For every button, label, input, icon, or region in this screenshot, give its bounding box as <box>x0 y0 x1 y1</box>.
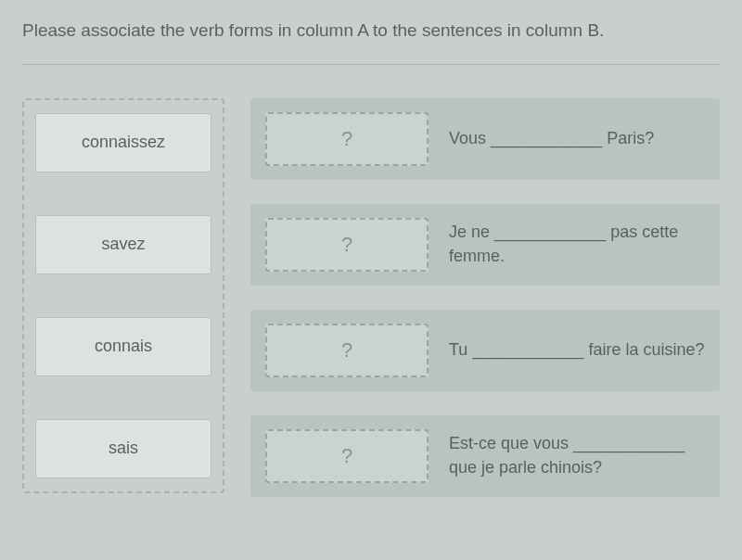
target-row: ? Je ne ____________ pas cette femme. <box>250 204 720 286</box>
drop-slot[interactable]: ? <box>265 218 429 272</box>
draggable-verb[interactable]: connais <box>35 317 211 376</box>
exercise-container: connaissez savez connais sais ? Vous ___… <box>22 98 720 497</box>
drop-slot[interactable]: ? <box>265 324 429 377</box>
target-row: ? Vous ____________ Paris? <box>250 98 720 180</box>
draggable-verb[interactable]: connaissez <box>35 113 211 172</box>
sentence-text: Est-ce que vous ____________ que je parl… <box>449 432 705 478</box>
draggable-verb[interactable]: sais <box>35 419 211 478</box>
target-row: ? Tu ____________ faire la cuisine? <box>250 310 720 391</box>
target-row: ? Est-ce que vous ____________ que je pa… <box>250 415 720 497</box>
drop-slot[interactable]: ? <box>265 429 429 483</box>
sentence-text: Je ne ____________ pas cette femme. <box>449 221 705 267</box>
column-b-target-list: ? Vous ____________ Paris? ? Je ne _____… <box>250 98 720 497</box>
instruction-text: Please associate the verb forms in colum… <box>22 19 720 65</box>
drop-slot[interactable]: ? <box>265 112 429 166</box>
column-a-source-list: connaissez savez connais sais <box>22 98 224 493</box>
draggable-verb[interactable]: savez <box>35 215 211 274</box>
sentence-text: Vous ____________ Paris? <box>449 127 705 150</box>
sentence-text: Tu ____________ faire la cuisine? <box>449 338 705 362</box>
